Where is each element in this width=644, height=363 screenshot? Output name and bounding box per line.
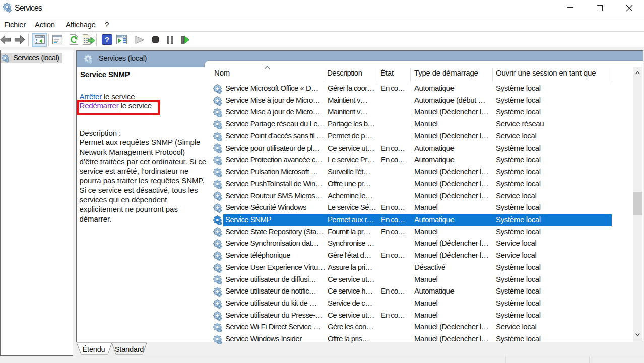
svg-text:Étendu: Étendu xyxy=(83,345,105,353)
svg-text:Standard: Standard xyxy=(115,345,144,353)
svg-text:?: ? xyxy=(105,35,109,44)
